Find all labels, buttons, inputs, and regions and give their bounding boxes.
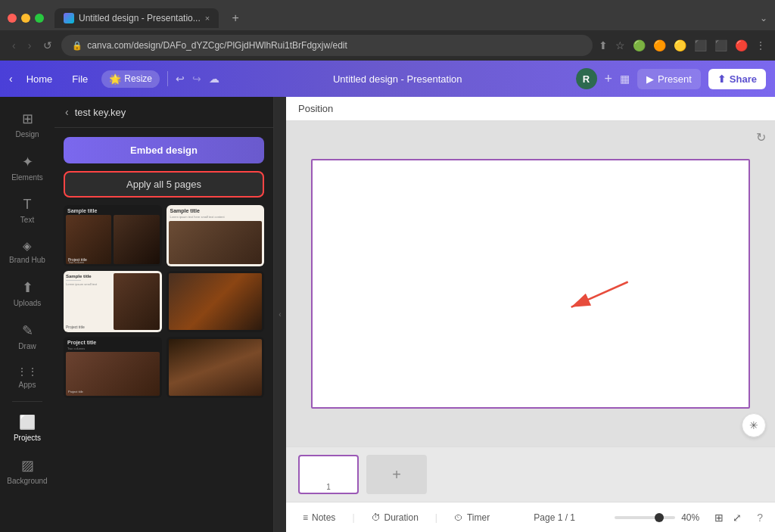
present-button[interactable]: ▶ Present	[637, 69, 701, 89]
extension-icon-2[interactable]: 🟠	[653, 39, 666, 51]
tab-expand-icon[interactable]: ⌄	[760, 13, 767, 23]
design-icon: ⊞	[22, 110, 33, 127]
add-page-button[interactable]: +	[366, 455, 427, 494]
asterisk-icon: ✳	[749, 419, 758, 431]
add-page-icon: +	[392, 466, 401, 484]
thumb-title-5: Project title	[64, 337, 162, 347]
canvas-refresh-icon[interactable]: ↻	[756, 130, 766, 145]
canvas-position-button[interactable]: ✳	[742, 413, 766, 437]
page-number-1: 1	[326, 483, 331, 491]
resize-icon: 🌟	[109, 73, 121, 85]
page-thumb-1[interactable]: 1	[298, 455, 359, 494]
zoom-control[interactable]: 40%	[615, 512, 699, 523]
projects-icon: ⬜	[19, 414, 36, 431]
file-menu-button[interactable]: File	[66, 70, 94, 88]
extension-icon-3[interactable]: 🟡	[674, 39, 686, 51]
timer-button[interactable]: ⏲ Timer	[450, 509, 494, 526]
canvas-area: Position ↻ ✳	[286, 97, 775, 532]
tab-favicon-icon	[64, 13, 74, 23]
bookmark-icon[interactable]: ☆	[615, 39, 625, 51]
sidebar-item-design[interactable]: ⊞ Design	[5, 104, 50, 145]
minimize-window-button[interactable]	[21, 14, 30, 23]
canvas-content: ↻ ✳	[286, 121, 775, 446]
grid-view-button[interactable]: ⊞	[711, 510, 727, 525]
template-thumb-6[interactable]	[167, 337, 265, 398]
panel-header: ‹ test key.key	[54, 97, 273, 128]
brand-hub-icon: ◈	[23, 239, 32, 253]
sidebar-item-uploads[interactable]: ⬆ Uploads	[5, 273, 50, 313]
share-page-icon[interactable]: ⬆	[599, 39, 608, 51]
extension-icon-6[interactable]: 🔴	[735, 39, 748, 51]
address-bar: ‹ › ↺ 🔒 canva.com/design/DAFo_dYZCgc/PlG…	[0, 30, 775, 61]
nav-refresh-button[interactable]: ↺	[40, 38, 55, 53]
browser-tab[interactable]: Untitled design - Presentatio... ×	[54, 8, 219, 28]
apply-all-pages-button[interactable]: Apply all 5 pages	[64, 171, 264, 198]
analytics-button[interactable]: ▦	[620, 73, 630, 85]
sidebar-item-brand-hub[interactable]: ◈ Brand Hub	[5, 233, 50, 270]
sidebar-item-apps[interactable]: ⋮⋮ Apps	[5, 359, 50, 395]
template-thumb-2[interactable]: Sample title Lorem ipsum text here small…	[167, 205, 265, 266]
redo-button[interactable]: ↪	[192, 73, 201, 85]
user-avatar[interactable]: R	[576, 68, 597, 89]
template-thumb-1[interactable]: Sample title Project title Two column	[64, 205, 162, 266]
close-window-button[interactable]	[8, 14, 17, 23]
duration-label: Duration	[384, 512, 419, 523]
address-input[interactable]: 🔒 canva.com/design/DAFo_dYZCgc/PlGjdHWlh…	[61, 35, 593, 56]
sidebar-item-elements[interactable]: ✦ Elements	[5, 148, 50, 188]
toolbar-separator	[167, 71, 168, 86]
sidebar-item-projects[interactable]: ⬜ Projects	[5, 408, 50, 448]
template-grid: Sample title Project title Two column	[64, 205, 264, 398]
browser-chrome: Untitled design - Presentatio... × + ⌄ ‹…	[0, 0, 775, 61]
tab-title: Untitled design - Presentatio...	[79, 13, 201, 23]
page-info: Page 1 / 1	[534, 512, 575, 523]
bottom-bar: ≡ Notes | ⏱ Duration | ⏲ Timer Page 1 / …	[286, 502, 775, 532]
extension-icon-1[interactable]: 🟢	[633, 39, 646, 51]
home-button[interactable]: Home	[20, 70, 59, 88]
present-icon: ▶	[646, 73, 654, 85]
canvas-page	[311, 159, 750, 409]
canvas-header: Position	[286, 97, 775, 121]
extension-icon-5[interactable]: ⬛	[714, 39, 727, 51]
nav-forward-button[interactable]: ›	[25, 38, 35, 53]
more-options-icon[interactable]: ⋮	[755, 39, 766, 51]
undo-button[interactable]: ↩	[176, 73, 185, 85]
new-tab-button[interactable]: +	[225, 8, 246, 29]
template-thumb-5[interactable]: Project title Two columns Project title	[64, 337, 162, 398]
thumb-title-1: Sample title	[64, 205, 162, 215]
tab-close-icon[interactable]: ×	[205, 14, 210, 23]
resize-button[interactable]: 🌟 Resize	[101, 70, 160, 88]
template-thumb-4[interactable]	[167, 271, 265, 332]
duration-button[interactable]: ⏱ Duration	[367, 509, 423, 526]
cloud-save-icon[interactable]: ☁	[209, 73, 219, 85]
help-button[interactable]: ?	[757, 512, 763, 524]
page-thumbnails: 1 +	[286, 446, 775, 502]
notes-icon: ≡	[303, 512, 308, 523]
share-button[interactable]: ⬆ Share	[708, 69, 766, 89]
add-collaborator-button[interactable]: +	[605, 71, 613, 87]
panel-collapse-handle[interactable]: ‹	[274, 97, 286, 532]
panel-title: test key.key	[75, 107, 126, 118]
browser-nav-icons: ⬆ ☆ 🟢 🟠 🟡 ⬛ ⬛ 🔴 ⋮	[599, 39, 766, 51]
notes-button[interactable]: ≡ Notes	[298, 509, 340, 526]
sidebar-item-draw[interactable]: ✎ Draw	[5, 316, 50, 356]
zoom-slider[interactable]	[615, 516, 675, 519]
panel-back-button[interactable]: ‹	[65, 106, 69, 118]
bottom-sep-2: |	[435, 512, 437, 523]
sidebar-draw-label: Draw	[18, 342, 36, 350]
share-icon: ⬆	[717, 73, 726, 85]
document-title: Untitled design - Presentation	[227, 73, 568, 85]
embed-design-button[interactable]: Embed design	[64, 137, 264, 163]
resize-label: Resize	[124, 73, 152, 84]
toolbar-back-button[interactable]: ‹	[9, 73, 13, 85]
sidebar-design-label: Design	[15, 130, 39, 138]
extension-icon-4[interactable]: ⬛	[694, 39, 707, 51]
zoom-knob[interactable]	[655, 513, 664, 522]
panel-content: Embed design Apply all 5 pages Sample ti…	[54, 128, 273, 532]
fullscreen-button[interactable]: ⤢	[730, 510, 745, 525]
maximize-window-button[interactable]	[35, 14, 44, 23]
template-thumb-3[interactable]: Sample title Lorem ipsum small text Proj…	[64, 271, 162, 332]
sidebar-item-background[interactable]: ▨ Background	[5, 451, 50, 491]
nav-back-button[interactable]: ‹	[9, 38, 19, 53]
thumb-title-2: Sample title	[167, 205, 265, 215]
sidebar-item-text[interactable]: T Text	[5, 191, 50, 230]
